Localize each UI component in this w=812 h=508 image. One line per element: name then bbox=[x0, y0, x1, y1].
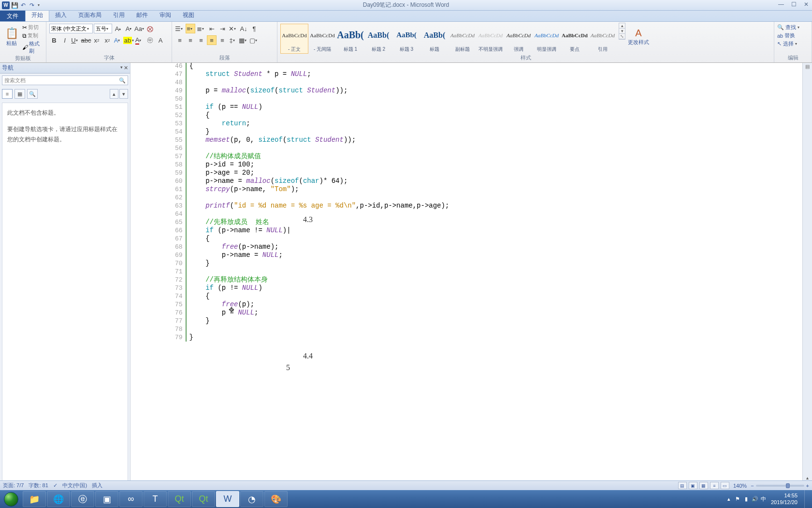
undo-icon[interactable]: ↶ bbox=[19, 1, 27, 9]
enclosed-char-button[interactable]: ㊥ bbox=[145, 35, 155, 45]
start-button[interactable] bbox=[0, 490, 22, 508]
more-styles-icon[interactable]: ⤡ bbox=[619, 34, 625, 39]
view-draft[interactable]: ▭ bbox=[721, 482, 729, 489]
show-hide-button[interactable]: ¶ bbox=[249, 24, 259, 33]
grow-font-button[interactable]: A▴ bbox=[113, 24, 123, 33]
nav-search-input[interactable]: 搜索文档 🔍 bbox=[2, 75, 128, 85]
view-web-layout[interactable]: ▦ bbox=[699, 482, 708, 489]
task-qt1[interactable]: Qt bbox=[168, 491, 191, 507]
copy-button[interactable]: ⧉复制 bbox=[22, 32, 43, 39]
view-outline[interactable]: ≡ bbox=[710, 482, 719, 489]
italic-button[interactable]: I bbox=[60, 35, 70, 45]
show-desktop-button[interactable] bbox=[804, 490, 809, 508]
spellcheck-icon[interactable]: ✓ bbox=[53, 482, 58, 489]
task-notepad[interactable]: T bbox=[144, 491, 167, 507]
asian-layout-button[interactable]: ✕▾ bbox=[228, 24, 238, 33]
shading-button[interactable]: ▦▾ bbox=[239, 35, 248, 45]
status-page[interactable]: 页面: 7/7 bbox=[3, 482, 24, 489]
nav-menu-icon[interactable]: ▾ bbox=[120, 65, 123, 71]
task-qt2[interactable]: Qt bbox=[192, 491, 215, 507]
system-tray[interactable]: ▴ ⚑ ▮ 🔊 中 bbox=[725, 496, 767, 503]
font-size-selector[interactable]: 五号▾ bbox=[94, 24, 112, 33]
tray-flag-icon[interactable]: ⚑ bbox=[734, 496, 741, 503]
maximize-button[interactable]: ☐ bbox=[790, 1, 798, 8]
style-item[interactable]: AaBbCcDd- 正文 bbox=[280, 24, 308, 54]
numbering-button[interactable]: ≡▾ bbox=[186, 24, 195, 33]
font-color-button[interactable]: A▾ bbox=[134, 35, 144, 45]
view-print-layout[interactable]: ▤ bbox=[678, 482, 687, 489]
distributed-button[interactable]: ≡ bbox=[218, 35, 227, 45]
subscript-button[interactable]: x2 bbox=[92, 35, 102, 45]
status-words[interactable]: 字数: 81 bbox=[29, 482, 48, 489]
style-item[interactable]: AaBb(标题 1 bbox=[336, 24, 364, 54]
task-edge[interactable]: ⓔ bbox=[71, 491, 94, 507]
zoom-out-button[interactable]: − bbox=[751, 483, 754, 489]
borders-button[interactable]: ▢▾ bbox=[249, 35, 259, 45]
qat-dropdown-icon[interactable]: ▾ bbox=[37, 1, 41, 9]
task-paint[interactable]: 🎨 bbox=[264, 491, 288, 507]
paste-button[interactable]: 📋 粘贴 bbox=[3, 23, 20, 51]
chevron-up-icon[interactable]: ▴ bbox=[619, 23, 625, 29]
strikethrough-button[interactable]: abc bbox=[81, 35, 91, 45]
style-item[interactable]: AaBbCcDd副标题 bbox=[449, 24, 477, 54]
style-item[interactable]: AaBbCcDd不明显强调 bbox=[477, 24, 505, 54]
highlight-button[interactable]: ab▾ bbox=[124, 35, 133, 45]
status-mode[interactable]: 插入 bbox=[92, 482, 102, 489]
status-language[interactable]: 中文(中国) bbox=[62, 482, 87, 489]
tab-view[interactable]: 视图 bbox=[177, 9, 200, 21]
multilevel-button[interactable]: ≣▾ bbox=[196, 24, 206, 33]
font-name-selector[interactable]: 宋体 (中文正文▾ bbox=[49, 24, 93, 33]
prev-page-icon[interactable]: ▴ bbox=[806, 475, 809, 480]
text-effects-button[interactable]: A▾ bbox=[113, 35, 123, 45]
increase-indent-button[interactable]: ⇥ bbox=[218, 24, 227, 33]
sort-button[interactable]: A↓ bbox=[239, 24, 248, 33]
find-button[interactable]: 🔍查找▾ bbox=[777, 24, 801, 31]
style-item[interactable]: AaBbCcDd- 无间隔 bbox=[308, 24, 336, 54]
nav-tab-pages[interactable]: ▦ bbox=[14, 89, 25, 99]
bold-button[interactable]: B bbox=[49, 35, 59, 45]
nav-next-icon[interactable]: ▾ bbox=[119, 89, 128, 99]
task-sublime[interactable]: ▣ bbox=[95, 491, 118, 507]
replace-button[interactable]: ab替换 bbox=[777, 32, 801, 39]
task-visualstudio[interactable]: ∞ bbox=[119, 491, 143, 507]
zoom-value[interactable]: 140% bbox=[733, 483, 747, 489]
style-gallery[interactable]: AaBbCcDd- 正文AaBbCcDd- 无间隔AaBb(标题 1AaBb(标… bbox=[280, 23, 617, 54]
style-item[interactable]: AaBb(标题 2 bbox=[364, 24, 392, 54]
select-button[interactable]: ↖选择▾ bbox=[777, 40, 801, 47]
style-item[interactable]: AaBbCcDd要点 bbox=[561, 24, 589, 54]
line-spacing-button[interactable]: ‡▾ bbox=[228, 35, 238, 45]
nav-prev-icon[interactable]: ▴ bbox=[110, 89, 118, 99]
taskbar-clock[interactable]: 14:55 2019/12/20 bbox=[771, 493, 798, 505]
tab-mailings[interactable]: 邮件 bbox=[130, 9, 154, 21]
task-app1[interactable]: ◔ bbox=[240, 491, 263, 507]
nav-close-icon[interactable]: ✕ bbox=[124, 65, 128, 71]
nav-tab-headings[interactable]: ≡ bbox=[2, 89, 13, 99]
zoom-in-button[interactable]: + bbox=[806, 483, 809, 489]
task-word[interactable]: W bbox=[216, 491, 239, 507]
view-full-screen[interactable]: ▣ bbox=[689, 482, 697, 489]
tab-page-layout[interactable]: 页面布局 bbox=[72, 9, 107, 21]
tab-file[interactable]: 文件 bbox=[0, 11, 25, 21]
underline-button[interactable]: U▾ bbox=[71, 35, 80, 45]
justify-button[interactable]: ≡ bbox=[207, 35, 217, 45]
tab-review[interactable]: 审阅 bbox=[154, 9, 177, 21]
shrink-font-button[interactable]: A▾ bbox=[124, 24, 133, 33]
style-item[interactable]: AaBbCcDd明显强调 bbox=[533, 24, 561, 54]
vertical-scrollbar[interactable]: ▤ ▴ ○ ▾ bbox=[802, 63, 812, 495]
style-item[interactable]: AaBb(标题 bbox=[420, 24, 449, 54]
style-item[interactable]: AaBbCcDd引用 bbox=[589, 24, 617, 54]
ruler-toggle-icon[interactable]: ▤ bbox=[805, 63, 810, 69]
tray-up-icon[interactable]: ▴ bbox=[725, 496, 732, 503]
align-right-button[interactable]: ≡ bbox=[196, 35, 206, 45]
task-explorer[interactable]: 📁 bbox=[23, 491, 46, 507]
task-chrome[interactable]: 🌐 bbox=[47, 491, 70, 507]
document-area[interactable]: 4647484950515253545556575859606162636465… bbox=[130, 63, 802, 495]
cut-button[interactable]: ✂剪切 bbox=[22, 24, 43, 31]
align-left-button[interactable]: ≡ bbox=[175, 35, 185, 45]
decrease-indent-button[interactable]: ⇤ bbox=[207, 24, 217, 33]
format-painter-button[interactable]: 🖌格式刷 bbox=[22, 40, 43, 55]
change-case-button[interactable]: Aa▾ bbox=[134, 24, 144, 33]
style-gallery-scroll[interactable]: ▴ ▾ ⤡ bbox=[619, 23, 625, 40]
zoom-thumb[interactable] bbox=[786, 483, 790, 488]
minimize-button[interactable]: — bbox=[777, 1, 785, 8]
